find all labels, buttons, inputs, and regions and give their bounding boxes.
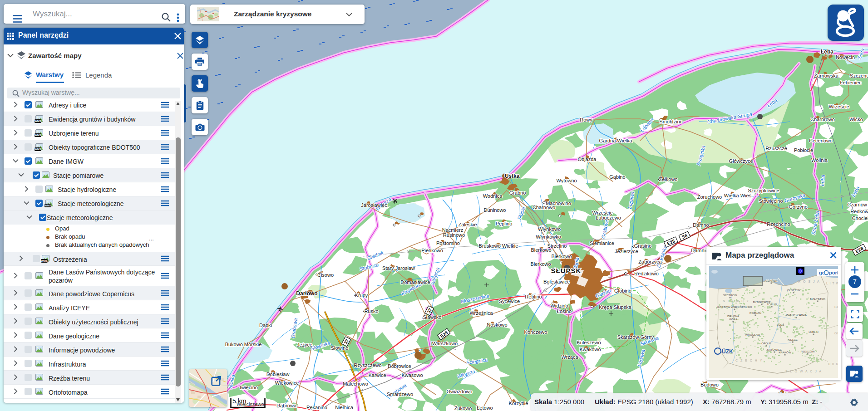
svg-text:Sycewice: Sycewice [499,298,520,304]
svg-text:U K R A: U K R A [828,362,838,366]
svg-text:Ustka: Ustka [505,173,520,179]
svg-text:Bolesławice: Bolesławice [543,279,570,284]
svg-text:Szczypkowice: Szczypkowice [748,188,779,193]
svg-text:SZCZECIN: SZCZECIN [723,294,737,297]
svg-text:Łętowo: Łętowo [477,405,493,411]
svg-text:Łeba: Łeba [821,49,833,55]
svg-text:Wicko: Wicko [849,117,863,122]
svg-text:ŁÓDŹ: ŁÓDŹ [777,323,784,326]
svg-text:OLSZTYN: OLSZTYN [787,289,800,292]
svg-text:GORZÓW WIELKOPOLSKI: GORZÓW WIELKOPOLSKI [717,305,752,308]
svg-text:RZESZÓW: RZESZÓW [801,350,815,353]
svg-text:Wytowno: Wytowno [556,178,577,183]
svg-text:Jeżyce: Jeżyce [297,342,312,347]
svg-text:Dąbki: Dąbki [259,323,272,328]
svg-text:R O S J A: R O S J A [798,280,820,283]
svg-text:OPOLE: OPOLE [761,342,771,345]
svg-text:Redzikowo: Redzikowo [634,271,659,276]
svg-text:Rusko: Rusko [364,308,378,314]
svg-text:Żelkowo: Żelkowo [659,176,678,182]
svg-text:BIAŁYSTOK: BIAŁYSTOK [810,297,826,300]
svg-text:WROCŁAW: WROCŁAW [745,333,760,336]
svg-text:Damno: Damno [693,222,709,228]
svg-text:Bukowo Morskie: Bukowo Morskie [225,342,262,347]
svg-text:Zagórzyca: Zagórzyca [638,259,662,264]
svg-text:Kwasowo: Kwasowo [401,372,423,378]
svg-text:Widzino: Widzino [550,303,568,308]
svg-text:N I E M C Y: N I E M C Y [723,299,750,303]
svg-text:Gwiazdowo: Gwiazdowo [447,389,473,394]
svg-text:porta: porta [829,270,838,275]
svg-text:Łeba: Łeba [819,175,826,186]
svg-text:Żoruchowo: Żoruchowo [697,194,722,200]
svg-text:WARSZAWA: WARSZAWA [786,313,807,317]
svg-text:Objazda: Objazda [578,157,597,162]
svg-text:Rzyszczewo: Rzyszczewo [354,362,381,368]
svg-text:Noskowo: Noskowo [487,322,507,328]
svg-text:Postomino: Postomino [436,240,460,246]
svg-text:Pęplino: Pęplino [496,221,513,226]
svg-text:Chociel: Chociel [852,215,868,221]
svg-text:BIA: BIA [834,305,838,308]
svg-text:Włynkowo: Włynkowo [538,226,561,232]
svg-text:Grabno: Grabno [509,190,526,196]
svg-text:Łebieniec: Łebieniec [840,80,862,85]
svg-text:ÚZK: ÚZK [722,348,733,355]
svg-text:Karwice: Karwice [368,372,386,378]
svg-text:Krupy: Krupy [355,293,368,298]
svg-text:Włynkówko: Włynkówko [536,234,561,240]
svg-text:Szczenur: Szczenur [850,73,868,78]
svg-text:Pękanino: Pękanino [306,405,327,410]
svg-text:S Ł O W A C J A: S Ł O W A C J A [785,370,822,373]
svg-text:ZIELONA: ZIELONA [727,314,740,318]
svg-text:Jezierzyce: Jezierzyce [615,249,638,254]
svg-text:C Z E C H Y: C Z E C H Y [735,359,763,362]
svg-text:Lubuczewo: Lubuczewo [596,215,621,220]
svg-text:LUBLIN: LUBLIN [809,330,819,333]
svg-text:Czarnów: Czarnów [847,202,867,207]
svg-text:Darłowo: Darłowo [296,290,317,297]
svg-text:POZNAŃ: POZNAŃ [750,311,761,314]
svg-text:Iwięcino: Iwięcino [240,385,258,390]
svg-text:Rzuszcze: Rzuszcze [765,146,787,151]
svg-text:Łosino: Łosino [557,308,572,314]
svg-text:Skarszów Górny: Skarszów Górny [617,334,654,340]
svg-text:Głobino: Głobino [614,288,631,294]
svg-text:Cisowo: Cisowo [317,272,334,278]
svg-text:Bierkowo: Bierkowo [531,247,551,253]
svg-text:GEO: GEO [834,332,838,335]
svg-text:SŁUPSK: SŁUPSK [551,267,582,274]
svg-text:Charnowo: Charnowo [533,205,555,210]
svg-text:Warszkowo: Warszkowo [432,341,458,346]
svg-text:TORUŃ: TORUŃ [767,303,777,306]
svg-text:Redkow: Redkow [850,209,868,214]
svg-text:Korzybie: Korzybie [509,401,528,406]
svg-text:Niemica: Niemica [335,405,354,410]
svg-text:Charbrowo: Charbrowo [810,117,835,122]
svg-text:Kwakowo: Kwakowo [579,347,601,352]
svg-text:Żarnowska: Żarnowska [814,73,839,78]
svg-text:KRAKÓW: KRAKÓW [779,351,791,354]
svg-text:Dąbrowa: Dąbrowa [276,403,297,408]
svg-text:Wrzeście: Wrzeście [829,104,849,109]
svg-text:Wiekowice: Wiekowice [275,380,299,386]
svg-text:Budowo: Budowo [700,382,719,387]
svg-text:GÓRA: GÓRA [729,318,738,321]
svg-text:Duninowo: Duninowo [484,207,506,213]
svg-text:Siemianice: Siemianice [590,240,614,246]
svg-text:Jarosławiec: Jarosławiec [361,202,387,208]
svg-text:Kończewo: Kończewo [524,329,547,335]
svg-text:Żukowo: Żukowo [454,406,472,411]
svg-text:Gąbino: Gąbino [609,174,625,180]
svg-text:Gardna Wielka: Gardna Wielka [599,138,633,143]
svg-text:Nowęcin: Nowęcin [836,54,855,60]
svg-text:Wrząca: Wrząca [561,354,578,360]
svg-text:Dobiesław: Dobiesław [266,372,290,377]
svg-text:Bierkowo: Bierkowo [551,254,572,259]
svg-text:GDAŃSK: GDAŃSK [765,279,778,282]
svg-text:Cecenowo: Cecenowo [809,138,833,143]
svg-text:Sławsko: Sławsko [423,314,442,320]
svg-text:Kuleszewo: Kuleszewo [577,340,601,345]
svg-text:Rowy: Rowy [580,117,592,122]
svg-text:KIELCE: KIELCE [788,338,798,341]
